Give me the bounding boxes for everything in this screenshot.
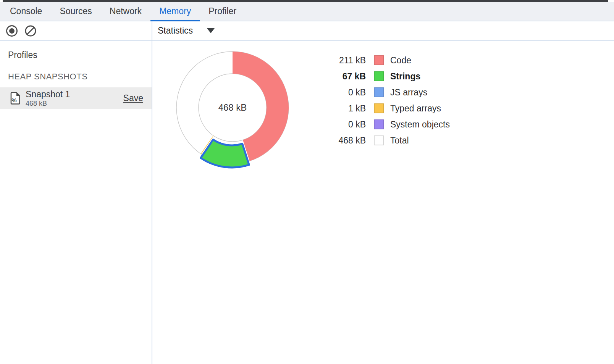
tab-label: Sources (60, 6, 92, 16)
legend-swatch (374, 55, 384, 65)
legend-swatch (374, 71, 384, 81)
tab-label: Memory (159, 6, 191, 16)
snapshot-title: Snapshot 1 (26, 89, 70, 100)
sidebar-main-divider[interactable] (152, 21, 152, 364)
toolbar-left-section (0, 25, 152, 37)
panel-toolbar: Statistics (0, 21, 614, 41)
legend-value: 211 kB (328, 55, 366, 66)
perspective-select[interactable]: Statistics (158, 26, 215, 36)
heap-donut-svg (168, 43, 297, 172)
legend-value: 1 kB (328, 103, 366, 114)
tab-label: Network (110, 6, 142, 16)
legend-label: System objects (390, 119, 450, 130)
clear-icon[interactable] (24, 25, 37, 37)
tab-label: Profiler (208, 6, 236, 16)
tab-console[interactable]: Console (1, 2, 51, 21)
legend-value: 468 kB (328, 135, 366, 146)
donut-outline-circle (199, 74, 267, 142)
snapshot-info: Snapshot 1 468 kB (26, 89, 70, 108)
legend-label: JS arrays (390, 87, 427, 98)
legend-swatch (374, 119, 384, 129)
svg-text:%: % (11, 97, 16, 103)
tab-network[interactable]: Network (101, 2, 150, 21)
legend-row-code[interactable]: 211 kBCode (328, 52, 450, 68)
perspective-select-label: Statistics (158, 26, 193, 36)
legend-value: 67 kB (328, 71, 366, 82)
legend-value: 0 kB (328, 119, 366, 130)
tab-memory[interactable]: Memory (150, 2, 200, 21)
record-icon-dot (9, 28, 15, 34)
heap-statistics-donut: 468 kB (168, 43, 297, 172)
legend-row-total[interactable]: 468 kBTotal (328, 132, 450, 148)
tab-label: Console (10, 6, 42, 16)
sidebar-item-snapshot-1[interactable]: % Snapshot 1 468 kB Save (0, 87, 152, 109)
tab-sources[interactable]: Sources (51, 2, 100, 21)
tab-profiler[interactable]: Profiler (200, 2, 245, 21)
legend-row-js-arrays[interactable]: 0 kBJS arrays (328, 84, 450, 100)
chevron-down-icon (207, 28, 215, 33)
legend-label: Code (390, 55, 411, 66)
legend-row-system-objects[interactable]: 0 kBSystem objects (328, 116, 450, 132)
clear-icon-glyph (24, 25, 37, 37)
legend-value: 0 kB (328, 87, 366, 98)
legend-swatch (374, 103, 384, 113)
heap-snapshots-section-title: HEAP SNAPSHOTS (8, 72, 87, 82)
chart-legend: 211 kBCode67 kBStrings0 kBJS arrays1 kBT… (328, 52, 450, 148)
heap-snapshot-file-icon: % (10, 92, 21, 105)
legend-label: Total (390, 135, 409, 146)
legend-row-strings[interactable]: 67 kBStrings (328, 68, 450, 84)
profiles-title: Profiles (8, 50, 37, 60)
legend-label: Strings (390, 71, 420, 82)
legend-swatch (374, 87, 384, 97)
record-icon[interactable] (6, 25, 18, 37)
legend-swatch (374, 135, 384, 145)
snapshot-size: 468 kB (26, 100, 70, 108)
save-link[interactable]: Save (123, 93, 143, 103)
legend-label: Typed arrays (390, 103, 441, 114)
tab-bar: ConsoleSourcesNetworkMemoryProfiler (0, 2, 614, 21)
legend-row-typed-arrays[interactable]: 1 kBTyped arrays (328, 100, 450, 116)
